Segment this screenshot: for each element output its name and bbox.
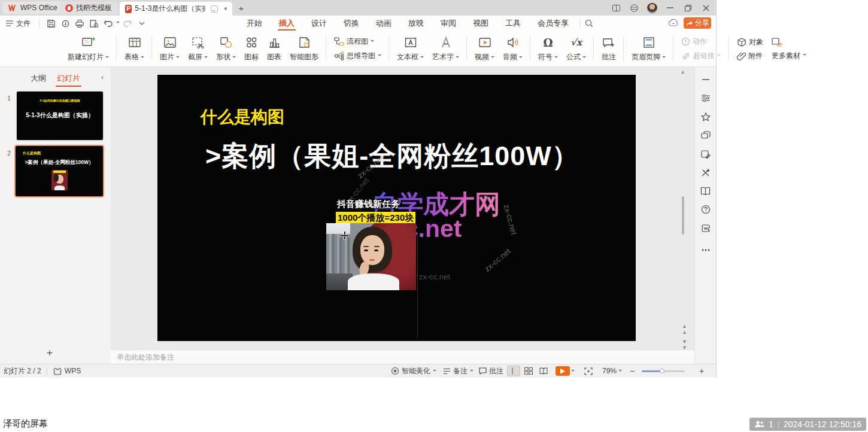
tab-slideshow[interactable]: 放映 <box>400 16 432 31</box>
panel-collapse-button[interactable]: ‹ <box>101 73 104 81</box>
comment-button[interactable]: 批注 <box>597 33 620 65</box>
new-slide-button[interactable]: 新建幻灯片 <box>63 33 113 65</box>
zoom-level-button[interactable]: 79% <box>602 364 622 378</box>
comment-status-button[interactable]: 批注 <box>479 364 503 378</box>
add-slide-button[interactable]: + <box>47 347 53 359</box>
wps-home-tab[interactable]: WPS Office <box>2 2 63 14</box>
next-slide-button[interactable]: ▼▼ <box>682 339 687 351</box>
tab-tools[interactable]: 工具 <box>497 16 529 31</box>
tab-view[interactable]: 视图 <box>465 16 497 31</box>
chart-button[interactable]: 图表 <box>263 33 286 65</box>
audio-button[interactable]: 音频 <box>499 33 527 65</box>
tab-insert[interactable]: 插入 <box>271 16 303 31</box>
attachment-button[interactable]: 附件 <box>737 51 763 61</box>
save-icon[interactable] <box>44 17 57 29</box>
symbol-icon: Ω <box>543 36 553 49</box>
beautify-button[interactable]: 智能美化 <box>391 364 436 378</box>
export-pdf-icon[interactable] <box>59 17 72 29</box>
fit-slide-button[interactable] <box>584 364 593 378</box>
new-tab-button[interactable]: + <box>236 2 247 13</box>
slide-subtitle-textbox[interactable]: 什么是构图 <box>201 106 284 129</box>
screenshot-button[interactable]: 截屏 <box>184 33 212 65</box>
quickbar-customize-icon[interactable] <box>135 17 148 29</box>
material-library-icon[interactable] <box>700 130 711 141</box>
zoom-in-button[interactable]: + <box>699 364 704 378</box>
tab-animation[interactable]: 动画 <box>368 16 400 31</box>
photo-caption-line1: 抖音赚钱新任务 <box>337 199 400 210</box>
print-icon[interactable] <box>73 17 86 29</box>
close-button[interactable] <box>697 0 715 16</box>
tab-review[interactable]: 审阅 <box>432 16 465 31</box>
icon-library-button[interactable]: 图标 <box>240 33 263 65</box>
docer-template-tab[interactable]: 找稻壳模板 <box>60 2 117 14</box>
prev-slide-button[interactable]: ▲▲ <box>682 323 687 335</box>
help-icon[interactable] <box>700 204 711 215</box>
reading-guide-icon[interactable] <box>700 185 711 196</box>
doc-modified-dot <box>224 7 227 10</box>
reading-view-button[interactable] <box>537 366 550 376</box>
object-properties-icon[interactable] <box>700 93 711 104</box>
scrollbar-up-arrow[interactable]: ▲ <box>680 69 685 75</box>
shape-button[interactable]: 形状 <box>212 33 240 65</box>
video-button[interactable]: 视频 <box>471 33 499 65</box>
slide-thumbnail-2[interactable]: 什么是构图 >案例（果姐-全网粉丝100W） <box>16 146 103 196</box>
rail-more-icon[interactable] <box>700 245 711 255</box>
tab-member[interactable]: 会员专享 <box>529 16 577 31</box>
zoom-slider-knob[interactable] <box>660 369 664 373</box>
cloud-sync-icon[interactable] <box>668 18 679 29</box>
beautify-tools-icon[interactable] <box>700 167 711 178</box>
document-tab-active[interactable]: P 5-1-3是什么构图（实操）.pp <box>120 2 232 16</box>
tab-outline[interactable]: 大纲 <box>29 71 47 86</box>
share-button[interactable]: 分享 <box>684 17 711 29</box>
tab-transition[interactable]: 切换 <box>335 16 368 31</box>
symbol-button[interactable]: Ω 符号 <box>534 33 562 65</box>
play-slideshow-button[interactable] <box>556 366 570 376</box>
slide-photo[interactable] <box>326 223 416 290</box>
print-preview-icon[interactable] <box>87 17 101 29</box>
minimize-button[interactable] <box>661 0 679 16</box>
normal-view-button[interactable] <box>507 366 520 376</box>
zoom-slider[interactable] <box>642 370 685 372</box>
slide-editor[interactable]: 什么是构图 >案例（果姐-全网粉丝100W） zx-cc.net zx-cc.n… <box>157 75 636 341</box>
skin-settings-button[interactable] <box>625 0 643 16</box>
wordart-button[interactable]: 艺术字 <box>428 33 463 65</box>
rail-collapse-icon[interactable] <box>700 74 711 85</box>
more-assets-icon-button[interactable] <box>772 38 806 47</box>
file-menu-button[interactable]: 文件 <box>0 19 37 29</box>
tab-design[interactable]: 设计 <box>303 16 335 31</box>
object-button[interactable]: 对象 <box>737 37 763 47</box>
user-avatar[interactable] <box>643 0 661 16</box>
table-button[interactable]: 表格 <box>120 33 148 65</box>
favorites-icon[interactable] <box>700 111 711 122</box>
mindmap-button[interactable]: 思维导图 <box>334 51 381 61</box>
more-assets-button[interactable]: 更多素材 <box>772 51 806 61</box>
comment-status-label: 批注 <box>489 366 503 376</box>
notes-button[interactable]: 备注 <box>443 364 474 378</box>
tab-slides[interactable]: 幻灯片 <box>56 71 81 86</box>
vertical-scrollbar[interactable] <box>682 196 684 235</box>
flowchart-button[interactable]: 流程图 <box>334 36 381 47</box>
picture-button[interactable]: 图片 <box>156 33 184 65</box>
headerfooter-button[interactable]: 页眉页脚 <box>627 33 670 65</box>
restore-button[interactable] <box>679 0 697 16</box>
smartart-button[interactable]: 智能图形 <box>286 33 323 65</box>
wps-sticker-icon[interactable] <box>700 223 711 233</box>
notes-bar[interactable]: 单击此处添加备注 <box>111 349 694 364</box>
formula-button[interactable]: √x 公式 <box>562 33 590 65</box>
design-tools-icon[interactable] <box>700 148 711 159</box>
tab-home[interactable]: 开始 <box>238 16 271 31</box>
undo-icon[interactable] <box>102 17 115 29</box>
zoom-out-button[interactable]: − <box>630 364 635 378</box>
play-dropdown[interactable] <box>571 370 575 373</box>
search-icon[interactable] <box>582 17 596 29</box>
textbox-button[interactable]: 文本框 <box>393 33 428 65</box>
textbox-label: 文本框 <box>397 52 418 62</box>
viewers-icon <box>754 421 764 428</box>
doc-comment-icon[interactable] <box>211 5 218 13</box>
slide-sorter-view-button[interactable] <box>522 366 535 376</box>
wps-check-label[interactable]: WPS <box>65 367 81 375</box>
slide-title-textbox[interactable]: >案例（果姐-全网粉丝100W） <box>205 138 579 174</box>
slide-thumbnail-1[interactable]: 5-1如何拍摄出高质感口播视频 5-1-3什么是构图（实操） <box>17 92 103 140</box>
split-view-button[interactable] <box>607 0 625 16</box>
undo-dropdown[interactable] <box>116 22 120 25</box>
